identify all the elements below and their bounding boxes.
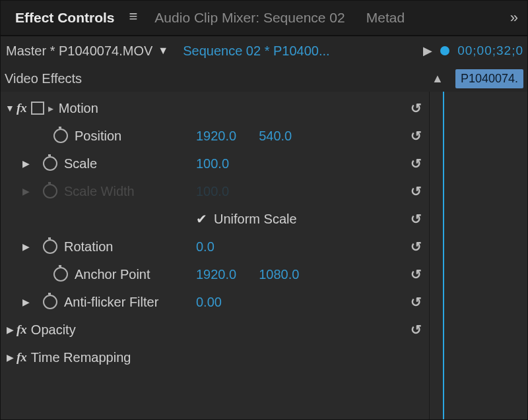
anchor-y-value[interactable]: 1080.0 xyxy=(259,267,299,282)
reset-antiflicker-button[interactable]: ↺ xyxy=(411,294,422,310)
reset-opacity-button[interactable]: ↺ xyxy=(411,322,422,338)
position-y-value[interactable]: 540.0 xyxy=(259,129,292,144)
opacity-title: Opacity xyxy=(31,322,76,338)
scale-width-value: 100.0 xyxy=(196,184,229,199)
video-effects-label: Video Effects xyxy=(5,71,82,86)
reset-scale-button[interactable]: ↺ xyxy=(411,156,422,171)
uniform-scale-label: Uniform Scale xyxy=(214,212,297,227)
fx-badge-time-remap-icon[interactable]: fx xyxy=(16,350,27,365)
twirl-opacity[interactable] xyxy=(5,324,15,335)
prop-rotation-label: Rotation xyxy=(64,239,114,255)
rotation-value[interactable]: 0.0 xyxy=(196,239,214,255)
prop-scale-label: Scale xyxy=(64,156,97,171)
reset-scale-width-button[interactable]: ↺ xyxy=(411,183,422,199)
stopwatch-anchor-icon[interactable] xyxy=(53,267,68,282)
collapse-icon[interactable]: ▲ xyxy=(432,72,444,86)
twirl-scale-width xyxy=(20,186,31,196)
timecode[interactable]: 00;00;32;0 xyxy=(457,44,523,58)
antiflicker-value[interactable]: 0.00 xyxy=(196,295,222,310)
prop-anchor-label: Anchor Point xyxy=(75,267,150,282)
twirl-time-remapping[interactable] xyxy=(5,352,15,363)
panel-tabbar: Effect Controls ≡ Audio Clip Mixer: Sequ… xyxy=(1,1,527,36)
reset-anchor-button[interactable]: ↺ xyxy=(411,266,422,282)
keyframe-timeline-pane[interactable] xyxy=(429,92,527,419)
anchor-x-value[interactable]: 1920.0 xyxy=(196,267,236,282)
properties-area: fx ▸ Motion ↺ Position 1920.0 540.0 ↺ xyxy=(1,92,527,419)
position-x-value[interactable]: 1920.0 xyxy=(196,129,236,144)
playhead-line[interactable] xyxy=(443,92,444,419)
stopwatch-scale-width-icon xyxy=(43,184,57,198)
twirl-motion[interactable] xyxy=(5,103,15,113)
tab-effect-controls[interactable]: Effect Controls xyxy=(5,1,125,34)
twirl-rotation[interactable] xyxy=(20,241,31,252)
tab-overflow-icon[interactable]: » xyxy=(510,9,523,26)
video-effects-header: Video Effects ▲ P1040074. xyxy=(1,65,527,92)
tab-audio-clip-mixer[interactable]: Audio Clip Mixer: Sequence 02 xyxy=(144,1,355,34)
twirl-antiflicker[interactable] xyxy=(20,297,31,307)
stopwatch-rotation-icon[interactable] xyxy=(43,239,57,254)
sequence-clip-name[interactable]: Sequence 02 * P10400... xyxy=(183,44,329,59)
fx-badge-icon[interactable]: fx xyxy=(16,101,27,115)
dropdown-caret-icon[interactable]: ▼ xyxy=(158,45,168,57)
motion-path-icon[interactable]: ▸ xyxy=(48,102,53,115)
stopwatch-antiflicker-icon[interactable] xyxy=(43,295,57,309)
go-to-start-icon[interactable]: ▶ xyxy=(423,44,432,58)
prop-position-label: Position xyxy=(75,129,121,144)
time-remapping-title: Time Remapping xyxy=(31,350,131,365)
prop-scale-width-label: Scale Width xyxy=(64,184,135,199)
reset-uniform-scale-button[interactable]: ↺ xyxy=(411,211,422,227)
reset-rotation-button[interactable]: ↺ xyxy=(411,239,422,255)
twirl-scale[interactable] xyxy=(20,158,31,169)
motion-title: Motion xyxy=(59,101,98,116)
stopwatch-position-icon[interactable] xyxy=(53,129,68,143)
master-clip-name: Master * P1040074.MOV xyxy=(5,44,152,59)
uniform-scale-checkbox[interactable]: ✔ xyxy=(196,211,207,227)
clip-sequence-header: Master * P1040074.MOV ▼ Sequence 02 * P1… xyxy=(1,36,527,65)
panel-menu-icon[interactable]: ≡ xyxy=(125,8,145,28)
reset-position-button[interactable]: ↺ xyxy=(411,128,422,144)
fx-badge-opacity-icon[interactable]: fx xyxy=(16,322,27,337)
effect-controls-panel: Effect Controls ≡ Audio Clip Mixer: Sequ… xyxy=(0,0,528,420)
stopwatch-scale-icon[interactable] xyxy=(43,156,57,171)
tab-metadata[interactable]: Metad xyxy=(356,1,415,34)
reset-motion-button[interactable]: ↺ xyxy=(411,100,422,116)
direct-manipulation-icon[interactable] xyxy=(31,102,44,115)
timeline-clip-chip[interactable]: P1040074. xyxy=(455,69,523,88)
scale-value[interactable]: 100.0 xyxy=(196,156,229,171)
prop-antiflicker-label: Anti-flicker Filter xyxy=(64,295,158,310)
playhead-icon[interactable] xyxy=(440,46,449,55)
